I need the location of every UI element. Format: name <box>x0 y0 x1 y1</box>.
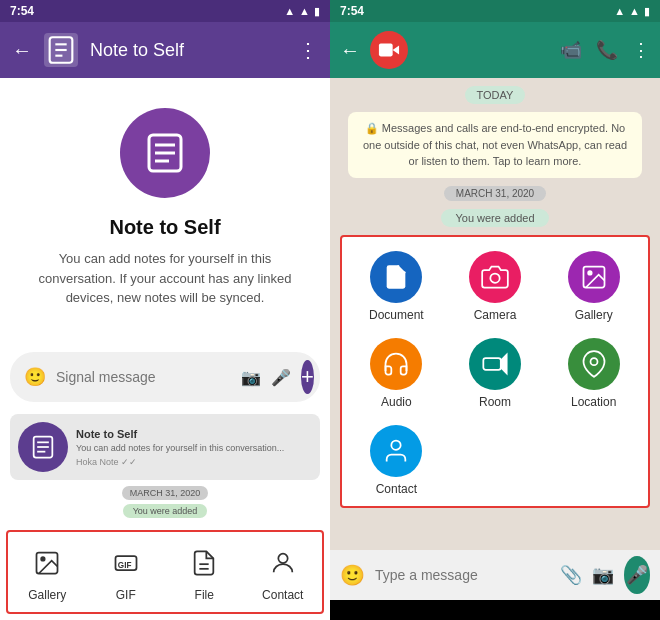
wifi-icon: ▲ <box>299 5 310 17</box>
note-title: Note to Self <box>109 216 220 239</box>
contact-person-icon <box>382 437 410 465</box>
voice-call-icon[interactable]: 📞 <box>596 39 618 61</box>
right-status-icons: ▲ ▲ ▮ <box>614 5 650 18</box>
room-icon <box>481 350 509 378</box>
file-icon <box>190 549 218 577</box>
room-icon-circle <box>469 338 521 390</box>
video-call-icon[interactable]: 📹 <box>560 39 582 61</box>
note-description: You can add notes for yourself in this c… <box>35 249 295 308</box>
preview-date: MARCH 31, 2020 <box>122 486 209 500</box>
svg-marker-25 <box>501 354 507 373</box>
file-label: File <box>195 588 214 602</box>
preview-card: Note to Self You can add notes for yours… <box>10 414 320 480</box>
preview-added: You were added <box>123 504 208 518</box>
right-emoji-icon[interactable]: 🙂 <box>340 563 365 587</box>
room-label: Room <box>479 395 511 409</box>
microphone-icon[interactable]: 🎤 <box>271 368 291 387</box>
room-attach[interactable]: Room <box>451 338 540 409</box>
right-camera-icon[interactable]: 📷 <box>592 564 614 586</box>
audio-attach[interactable]: Audio <box>352 338 441 409</box>
contact-icon-circle <box>370 425 422 477</box>
camera-icon[interactable]: 📷 <box>241 368 261 387</box>
right-header-actions: 📹 📞 ⋮ <box>560 39 650 61</box>
right-chat-area: TODAY 🔒 Messages and calls are end-to-en… <box>330 78 660 544</box>
svg-point-23 <box>588 271 592 275</box>
left-content: Note to Self You can add notes for yours… <box>0 78 330 336</box>
right-back-button[interactable]: ← <box>340 39 360 62</box>
location-label: Location <box>571 395 616 409</box>
gallery-icon-circle <box>568 251 620 303</box>
preview-name: Note to Self <box>76 427 284 442</box>
camera-attach[interactable]: Camera <box>451 251 540 322</box>
header-avatar <box>44 33 78 67</box>
added-pill: You were added <box>441 209 548 227</box>
gallery-attach[interactable]: Gallery <box>549 251 638 322</box>
battery-icon: ▮ <box>314 5 320 18</box>
camera-icon <box>481 263 509 291</box>
document-attach[interactable]: Document <box>352 251 441 322</box>
message-input-bar: 🙂 📷 🎤 + <box>10 352 320 402</box>
svg-text:GIF: GIF <box>118 561 132 570</box>
location-icon <box>580 350 608 378</box>
svg-marker-19 <box>393 45 399 54</box>
gif-icon: GIF <box>112 549 140 577</box>
gif-icon-box: GIF <box>105 542 147 584</box>
right-message-input[interactable] <box>375 567 550 583</box>
more-options-icon[interactable]: ⋮ <box>298 38 318 62</box>
left-time: 7:54 <box>10 4 34 18</box>
svg-rect-20 <box>379 44 393 57</box>
encrypt-message: 🔒 Messages and calls are end-to-end encr… <box>348 112 642 178</box>
location-attach[interactable]: Location <box>549 338 638 409</box>
preview-desc: You can add notes for yourself in this c… <box>76 443 284 455</box>
contact-action[interactable]: Contact <box>262 542 304 602</box>
wifi-icon: ▲ <box>629 5 640 17</box>
gallery-label: Gallery <box>575 308 613 322</box>
bottom-actions: Gallery GIF GIF File <box>6 530 324 614</box>
left-header: ← Note to Self ⋮ <box>0 22 330 78</box>
right-header-avatar <box>370 31 408 69</box>
gallery-action[interactable]: Gallery <box>26 542 68 602</box>
preview-info: Note to Self You can add notes for yours… <box>76 427 284 466</box>
contact-icon-box <box>262 542 304 584</box>
document-icon <box>382 263 410 291</box>
contact-icon <box>269 549 297 577</box>
battery-icon: ▮ <box>644 5 650 18</box>
signal-icon: ▲ <box>614 5 625 17</box>
right-input-bar: 🙂 📎 📷 🎤 <box>330 550 660 600</box>
right-header: ← 📹 📞 ⋮ <box>330 22 660 78</box>
preview-note-icon <box>29 433 57 461</box>
document-icon-circle <box>370 251 422 303</box>
audio-label: Audio <box>381 395 412 409</box>
message-input[interactable] <box>56 369 231 385</box>
more-options-icon[interactable]: ⋮ <box>632 39 650 61</box>
svg-point-18 <box>278 554 287 563</box>
contact-attach[interactable]: Contact <box>352 425 441 496</box>
back-button[interactable]: ← <box>12 39 32 62</box>
location-icon-circle <box>568 338 620 390</box>
clip-icon[interactable]: 📎 <box>560 564 582 586</box>
avatar-note-icon <box>141 129 189 177</box>
attach-button[interactable]: + <box>301 360 314 394</box>
svg-rect-24 <box>483 358 501 370</box>
camera-icon-circle <box>469 251 521 303</box>
left-status-bar: 7:54 ▲ ▲ ▮ <box>0 0 330 22</box>
camera-label: Camera <box>474 308 517 322</box>
svg-point-27 <box>392 440 401 449</box>
svg-point-26 <box>590 358 597 365</box>
video-icon <box>378 39 400 61</box>
emoji-icon[interactable]: 🙂 <box>24 366 46 388</box>
avatar-circle <box>120 108 210 198</box>
right-mic-button[interactable]: 🎤 <box>624 556 650 594</box>
gallery-icon-box <box>26 542 68 584</box>
right-status-bar: 7:54 ▲ ▲ ▮ <box>330 0 660 22</box>
gallery-icon <box>580 263 608 291</box>
march-date-pill: MARCH 31, 2020 <box>444 186 546 201</box>
document-label: Document <box>369 308 424 322</box>
gif-action[interactable]: GIF GIF <box>105 542 147 602</box>
attachment-grid: Document Camera <box>340 235 650 508</box>
file-action[interactable]: File <box>183 542 225 602</box>
contact-label: Contact <box>376 482 417 496</box>
right-panel: 7:54 ▲ ▲ ▮ ← 📹 📞 ⋮ TODAY 🔒 Messages and … <box>330 0 660 620</box>
gallery-label: Gallery <box>28 588 66 602</box>
gallery-icon <box>33 549 61 577</box>
